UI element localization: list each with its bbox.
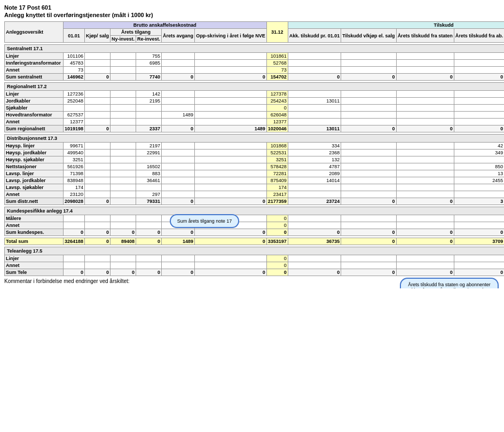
header-0101: 01.01 [64, 29, 85, 43]
page-subtitle: Anlegg knyttet til overføringstjenester … [4, 12, 500, 18]
header-tilskudd: Tilskudd [288, 22, 504, 29]
header-opp-skriving: Opp-skriving i året i følge NVE [195, 29, 267, 43]
header-brutto: Brutto anskaffelseskostnad [64, 22, 267, 29]
header-tilskudd-kjop: Tilskudd v/kjøp el. salg [341, 29, 396, 43]
annotation-bubble-2: Sum årets tilgang note 17 [170, 214, 239, 228]
header-arets-tilskudd-stat: Årets tilskudd fra staten [396, 29, 454, 43]
header-arets-tilskudd-ab: Årets tilskudd fra ab. [454, 29, 504, 43]
header-ny-invest: Ny-invest. [111, 36, 136, 43]
header-akk-pr0101: Akk. tilskudd pr. 01.01 [288, 29, 341, 43]
annotation-bubble-1: Årets tilskudd fra staten og abonnenter … [400, 278, 499, 288]
main-table: Anleggsoversikt Brutto anskaffelseskostn… [4, 21, 504, 276]
page-title: Note 17 Post 601 [4, 4, 500, 11]
page-container: Note 17 Post 601 Anlegg knyttet til over… [0, 0, 504, 288]
header-3112: 31.12 [266, 22, 288, 43]
header-re-invest: Re-invest. [136, 36, 162, 43]
header-kjop-salg: Kjøp/ salg [85, 29, 111, 43]
header-anleggsoversikt: Anleggsoversikt [5, 22, 64, 43]
header-arets-tilgang: Årets tilgang [111, 29, 162, 36]
header-arets-avgang: Årets avgang [162, 29, 195, 43]
table-container: Anleggsoversikt Brutto anskaffelseskostn… [4, 21, 500, 276]
